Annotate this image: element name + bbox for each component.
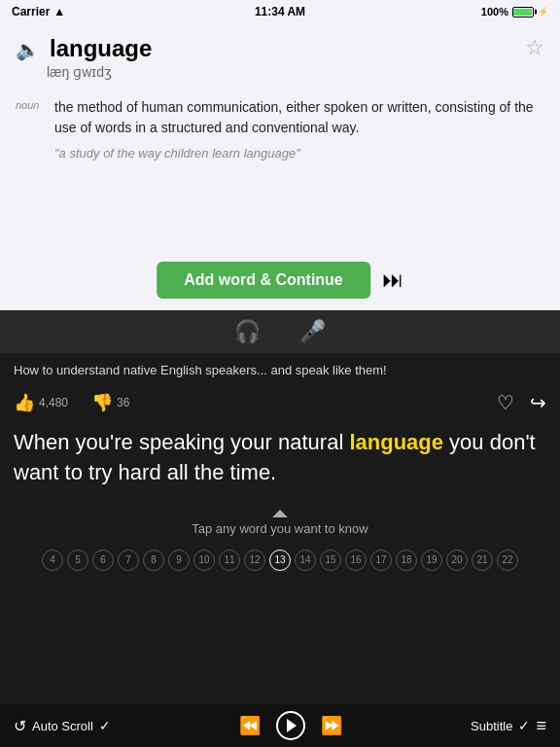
progress-dot-7[interactable]: 7 [118,550,139,571]
add-word-button[interactable]: Add word & Continue [157,262,370,299]
rewind-button[interactable]: ⏪ [239,715,261,736]
progress-dot-8[interactable]: 8 [143,550,164,571]
star-icon[interactable]: ☆ [525,35,544,60]
progress-dot-15[interactable]: 15 [320,550,341,571]
bottom-center: ⏪ ⏩ [111,711,471,740]
pos-label: noun [16,99,43,111]
heart-icon[interactable]: ♡ [497,391,514,414]
chevron-up-icon [272,510,288,517]
progress-dot-16[interactable]: 16 [345,550,367,571]
progress-dot-21[interactable]: 21 [472,550,493,571]
bottom-bar: ↺ Auto Scroll ✓ ⏪ ⏩ Subtitle ✓ ≡ [0,704,560,747]
dictionary-section: 🔈 language ☆ læŋ ɡwɪdʒ noun the method o… [0,23,560,310]
definition-text: the method of human communication, eithe… [54,97,544,138]
progress-dot-13[interactable]: 13 [269,550,291,571]
progress-dot-20[interactable]: 20 [446,550,468,571]
phonetic: læŋ ɡwɪdʒ [47,64,544,80]
mic-icon[interactable]: 🎤 [299,319,326,344]
example-text: "a study of the way children learn langu… [54,146,544,160]
share-icon[interactable]: ↪ [530,391,546,414]
tap-hint-text: Tap any word you want to know [192,521,368,536]
toolbar: 🎧 🎤 [0,310,560,353]
auto-scroll-label: Auto Scroll [32,719,93,733]
speaker-icon[interactable]: 🔈 [16,38,40,61]
progress-row: 45678910111213141516171819202122 [0,544,560,579]
subtitle-before[interactable]: When you're speaking your natural [14,430,349,454]
dict-title-area: 🔈 language [16,35,152,62]
progress-dot-10[interactable]: 10 [193,550,215,571]
progress-dot-22[interactable]: 22 [497,550,518,571]
refresh-icon: ↺ [14,717,26,735]
word-title: language [50,35,152,62]
play-triangle-icon [287,719,297,732]
subtitle-text: When you're speaking your natural langua… [14,428,546,488]
status-right: 100% ⚡ [481,6,548,18]
progress-dot-17[interactable]: 17 [370,550,392,571]
play-button[interactable] [276,711,305,740]
status-bar: Carrier ▲ 11:34 AM 100% ⚡ [0,0,560,23]
dislike-count: 36 [117,396,129,409]
carrier-label: Carrier [12,5,50,18]
fast-forward-button[interactable]: ⏩ [321,715,342,736]
auto-scroll-check-icon[interactable]: ✓ [99,718,111,733]
subtitle-label: Subtitle [471,719,512,733]
video-title: How to understand native English speaker… [0,353,560,387]
progress-dot-18[interactable]: 18 [396,550,417,571]
like-button[interactable]: 👍 4,480 [14,392,68,413]
bottom-right: Subtitle ✓ ≡ [471,716,546,736]
progress-dot-12[interactable]: 12 [244,550,265,571]
progress-dot-11[interactable]: 11 [219,550,240,571]
add-word-area: Add word & Continue ⏭ [157,262,403,299]
subtitle-check-icon[interactable]: ✓ [518,718,530,733]
progress-dot-6[interactable]: 6 [92,550,114,571]
battery-icon [512,7,534,18]
menu-icon[interactable]: ≡ [536,716,546,736]
status-left: Carrier ▲ [12,5,65,18]
subtitle-area: When you're speaking your natural langua… [0,420,560,494]
progress-dot-9[interactable]: 9 [168,550,190,571]
like-count: 4,480 [39,396,68,409]
progress-dot-14[interactable]: 14 [295,550,316,571]
bottom-left: ↺ Auto Scroll ✓ [14,717,111,735]
subtitle-highlight[interactable]: language [349,430,443,454]
dislike-button[interactable]: 👎 36 [91,392,129,413]
headphones-icon[interactable]: 🎧 [234,319,261,344]
wifi-icon: ▲ [53,5,65,18]
thumb-up-icon: 👍 [14,392,35,413]
status-time: 11:34 AM [255,5,305,18]
progress-dot-19[interactable]: 19 [421,550,442,571]
bolt-icon: ⚡ [538,7,548,17]
progress-dot-4[interactable]: 4 [42,550,63,571]
skip-next-icon[interactable]: ⏭ [382,267,403,293]
progress-dot-5[interactable]: 5 [67,550,88,571]
video-actions: 👍 4,480 👎 36 ♡ ↪ [0,387,560,420]
definition-row: noun the method of human communication, … [16,97,544,138]
battery-percent: 100% [481,6,508,18]
dict-header: 🔈 language ☆ [16,35,544,62]
video-section: How to understand native English speaker… [0,353,560,579]
thumb-down-icon: 👎 [91,392,113,413]
tap-hint-area: Tap any word you want to know [0,494,560,544]
